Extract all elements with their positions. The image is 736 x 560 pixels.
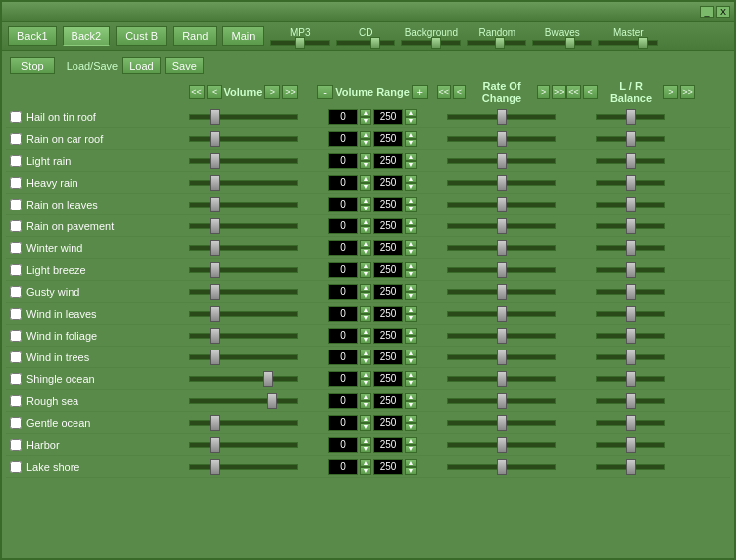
lr-slider[interactable]	[596, 114, 665, 120]
vol-range-down-arrow[interactable]: ▼	[405, 314, 417, 322]
vol-range-down-arrow[interactable]: ▼	[405, 226, 417, 234]
master-slider[interactable]	[598, 40, 658, 46]
volume-slider[interactable]	[189, 289, 298, 295]
lr-slider[interactable]	[596, 333, 665, 339]
sound-checkbox[interactable]	[10, 461, 22, 473]
volume-slider[interactable]	[189, 158, 298, 164]
vol-down-arrow[interactable]: ▼	[360, 292, 371, 300]
vol-up-arrow[interactable]: ▲	[360, 131, 371, 139]
vol-range-down-arrow[interactable]: ▼	[405, 270, 417, 278]
rate-slider[interactable]	[447, 180, 556, 186]
volume-slider[interactable]	[189, 311, 298, 317]
vol-range-down-arrow[interactable]: ▼	[405, 379, 417, 387]
volume-slider[interactable]	[189, 333, 298, 339]
lr-slider[interactable]	[596, 420, 665, 426]
volume-first-btn[interactable]: <<	[189, 85, 205, 99]
vol-down-arrow[interactable]: ▼	[360, 248, 371, 256]
vol-up-arrow[interactable]: ▲	[360, 328, 371, 336]
volume-slider[interactable]	[189, 114, 298, 120]
lr-slider[interactable]	[596, 354, 665, 360]
rate-first-btn[interactable]: <<	[437, 85, 451, 99]
vol-up-arrow[interactable]: ▲	[360, 350, 371, 357]
volume-last-btn[interactable]: >>	[282, 85, 298, 99]
volume-slider[interactable]	[189, 267, 298, 273]
rate-slider[interactable]	[447, 398, 556, 404]
vol-range-down-arrow[interactable]: ▼	[405, 467, 417, 475]
vol-range-up-arrow[interactable]: ▲	[405, 109, 417, 117]
vol-range-down-arrow[interactable]: ▼	[405, 445, 417, 453]
volume-slider[interactable]	[189, 376, 298, 382]
volume-slider[interactable]	[189, 223, 298, 229]
lr-slider[interactable]	[596, 158, 665, 164]
load-button[interactable]: Load	[122, 57, 160, 74]
vol-down-arrow[interactable]: ▼	[360, 423, 371, 431]
lr-slider[interactable]	[596, 289, 665, 295]
rate-prev-btn[interactable]: <	[453, 85, 467, 99]
vol-up-arrow[interactable]: ▲	[360, 415, 371, 423]
volume-slider[interactable]	[189, 202, 298, 208]
vol-range-up-arrow[interactable]: ▲	[405, 240, 417, 248]
tab-custb[interactable]: Cust B	[116, 26, 167, 46]
vol-range-down-arrow[interactable]: ▼	[405, 292, 417, 300]
vol-range-up-arrow[interactable]: ▲	[405, 437, 417, 445]
vol-down-arrow[interactable]: ▼	[360, 379, 371, 387]
vol-range-down-arrow[interactable]: ▼	[405, 336, 417, 344]
vol-range-up-arrow[interactable]: ▲	[405, 393, 417, 401]
vol-up-arrow[interactable]: ▲	[360, 284, 371, 292]
vol-range-down-arrow[interactable]: ▼	[405, 117, 417, 125]
close-button[interactable]: X	[716, 6, 730, 18]
stop-button[interactable]: Stop	[10, 57, 55, 74]
lr-slider[interactable]	[596, 442, 665, 448]
bwaves-slider[interactable]	[532, 40, 592, 46]
vol-up-arrow[interactable]: ▲	[360, 437, 371, 445]
vol-range-plus-btn[interactable]: +	[412, 85, 428, 99]
sound-checkbox[interactable]	[10, 330, 22, 342]
vol-range-up-arrow[interactable]: ▲	[405, 131, 417, 139]
rate-last-btn[interactable]: >>	[552, 85, 566, 99]
vol-range-up-arrow[interactable]: ▲	[405, 328, 417, 336]
tab-main[interactable]: Main	[222, 26, 264, 46]
vol-range-up-arrow[interactable]: ▲	[405, 459, 417, 467]
vol-down-arrow[interactable]: ▼	[360, 401, 371, 409]
rate-slider[interactable]	[447, 311, 556, 317]
vol-range-up-arrow[interactable]: ▲	[405, 415, 417, 423]
vol-up-arrow[interactable]: ▲	[360, 262, 371, 270]
vol-range-up-arrow[interactable]: ▲	[405, 175, 417, 183]
sound-checkbox[interactable]	[10, 351, 22, 363]
sound-checkbox[interactable]	[10, 439, 22, 451]
lr-prev-btn[interactable]: <	[583, 85, 598, 99]
vol-range-down-arrow[interactable]: ▼	[405, 205, 417, 212]
rate-slider[interactable]	[447, 267, 556, 273]
vol-down-arrow[interactable]: ▼	[360, 467, 371, 475]
vol-range-down-arrow[interactable]: ▼	[405, 401, 417, 409]
volume-slider[interactable]	[189, 354, 298, 360]
lr-slider[interactable]	[596, 311, 665, 317]
vol-up-arrow[interactable]: ▲	[360, 306, 371, 314]
background-slider[interactable]	[401, 40, 461, 46]
vol-up-arrow[interactable]: ▲	[360, 175, 371, 183]
vol-down-arrow[interactable]: ▼	[360, 139, 371, 147]
lr-slider[interactable]	[596, 136, 665, 142]
tab-back1[interactable]: Back1	[8, 26, 57, 46]
lr-slider[interactable]	[596, 245, 665, 251]
lr-slider[interactable]	[596, 202, 665, 208]
vol-range-up-arrow[interactable]: ▲	[405, 350, 417, 357]
vol-up-arrow[interactable]: ▲	[360, 197, 371, 205]
sound-checkbox[interactable]	[10, 111, 22, 123]
vol-up-arrow[interactable]: ▲	[360, 109, 371, 117]
rate-slider[interactable]	[447, 442, 556, 448]
vol-range-up-arrow[interactable]: ▲	[405, 306, 417, 314]
cd-slider[interactable]	[336, 40, 395, 46]
save-button[interactable]: Save	[165, 57, 204, 74]
vol-down-arrow[interactable]: ▼	[360, 445, 371, 453]
sound-checkbox[interactable]	[10, 308, 22, 320]
vol-range-down-arrow[interactable]: ▼	[405, 183, 417, 191]
tab-back2[interactable]: Back2	[63, 26, 111, 46]
vol-down-arrow[interactable]: ▼	[360, 205, 371, 212]
minimize-button[interactable]: _	[700, 6, 714, 18]
volume-next-btn[interactable]: >	[264, 85, 280, 99]
sound-checkbox[interactable]	[10, 395, 22, 407]
vol-up-arrow[interactable]: ▲	[360, 393, 371, 401]
volume-prev-btn[interactable]: <	[207, 85, 222, 99]
vol-up-arrow[interactable]: ▲	[360, 153, 371, 161]
